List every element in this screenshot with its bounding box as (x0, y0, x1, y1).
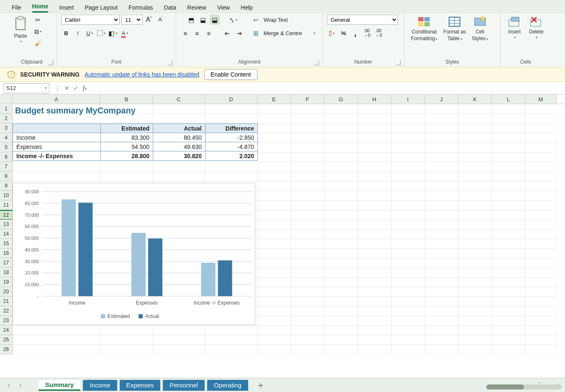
tab-file[interactable]: File (12, 3, 21, 13)
row-header-12[interactable]: 12 (0, 210, 13, 220)
align-bottom-button[interactable]: ⬓ (210, 15, 220, 25)
row-header-18[interactable]: 18 (0, 268, 13, 277)
row-header-22[interactable]: 22 (0, 306, 13, 316)
row-header-11[interactable]: 11 (0, 200, 13, 210)
col-header-E[interactable]: E (257, 95, 291, 104)
font-name-select[interactable]: Calibri (61, 15, 120, 25)
insert-cells-button[interactable]: Insert▾ (505, 15, 524, 40)
col-header-D[interactable]: D (205, 95, 257, 104)
col-header-L[interactable]: L (492, 95, 525, 104)
col-header-H[interactable]: H (358, 95, 391, 104)
row-header-23[interactable]: 23 (0, 316, 13, 325)
sheet-tab-expenses[interactable]: Expenses (120, 380, 161, 391)
row-header-6[interactable]: 6 (0, 152, 13, 162)
table-header[interactable]: Difference (205, 124, 258, 133)
align-middle-button[interactable]: ⬓ (198, 15, 208, 25)
table-cell[interactable]: -4.870 (205, 142, 258, 151)
copy-button[interactable]: ⧉▾ (33, 26, 43, 36)
table-cell[interactable]: 30.820 (153, 151, 205, 161)
font-color-button[interactable]: A▾ (120, 28, 130, 38)
table-header[interactable] (13, 124, 101, 133)
format-as-table-button[interactable]: Format as Table▾ (441, 15, 468, 42)
col-header-G[interactable]: G (324, 95, 358, 104)
row-header-2[interactable]: 2 (0, 114, 13, 123)
table-header[interactable]: Actual (153, 124, 205, 133)
delete-cells-button[interactable]: Delete▾ (526, 15, 546, 40)
col-header-J[interactable]: J (425, 95, 458, 104)
align-left-button[interactable]: ≡ (180, 28, 190, 38)
row-header-7[interactable]: 7 (0, 162, 13, 172)
sheet-nav-prev[interactable]: ‹ (4, 382, 13, 389)
vdots-icon[interactable]: ⋮ (53, 85, 62, 92)
add-sheet-button[interactable]: ＋ (257, 379, 265, 391)
row-header-13[interactable]: 13 (0, 220, 13, 229)
cell-styles-button[interactable]: Cell Styles▾ (469, 15, 491, 42)
horizontal-scrollbar[interactable] (486, 384, 562, 389)
security-warning-message[interactable]: Automatic update of links has been disab… (85, 71, 199, 78)
enable-content-button[interactable]: Enable Content (204, 69, 257, 80)
row-header-4[interactable]: 4 (0, 133, 13, 143)
format-painter-button[interactable]: 🖌 (33, 38, 43, 48)
dialog-launcher-icon[interactable] (48, 60, 53, 65)
increase-decimal-button[interactable]: .00→0 (362, 28, 372, 38)
row-header-19[interactable]: 19 (0, 277, 13, 287)
comma-button[interactable]: , (350, 28, 360, 38)
col-header-K[interactable]: K (458, 95, 492, 104)
shrink-font-button[interactable]: Aˇ (156, 15, 166, 25)
row-header-26[interactable]: 26 (0, 345, 13, 354)
font-size-select[interactable]: 11 (121, 15, 142, 25)
row-header-15[interactable]: 15 (0, 239, 13, 249)
decrease-decimal-button[interactable]: .00←0 (374, 28, 384, 38)
tab-formulas[interactable]: Formulas (128, 3, 153, 13)
sheet-tab-income[interactable]: Income (83, 380, 117, 391)
italic-button[interactable]: I (73, 28, 83, 38)
merge-center-button[interactable]: ⊞ Merge & Centre▾ (251, 28, 318, 38)
align-right-button[interactable]: ≡ (204, 28, 214, 38)
number-format-select[interactable]: General (327, 15, 398, 25)
paste-button[interactable]: Paste ▾ (11, 15, 30, 44)
col-header-B[interactable]: B (100, 95, 153, 104)
col-header-C[interactable]: C (153, 95, 205, 104)
col-header-F[interactable]: F (291, 95, 324, 104)
dialog-launcher-icon[interactable] (314, 60, 319, 65)
grow-font-button[interactable]: A^ (144, 15, 154, 25)
table-cell[interactable]: 83.300 (101, 133, 153, 142)
cut-button[interactable]: ✂ (33, 15, 43, 25)
wrap-text-button[interactable]: ↩ Wrap Text (251, 15, 318, 25)
underline-button[interactable]: U▾ (85, 28, 95, 38)
sheet-tab-operating[interactable]: Operating (207, 380, 248, 391)
col-header-M[interactable]: M (525, 95, 557, 104)
align-center-button[interactable]: ≡ (192, 28, 202, 38)
cancel-formula-button[interactable]: ✕ (62, 85, 71, 92)
row-header-5[interactable]: 5 (0, 143, 13, 152)
fx-icon[interactable]: fx (83, 85, 87, 92)
table-cell[interactable]: Expenses (13, 142, 101, 151)
row-header-16[interactable]: 16 (0, 249, 13, 258)
fill-color-button[interactable]: ◧▾ (108, 28, 118, 38)
row-header-14[interactable]: 14 (0, 229, 13, 239)
sheet-tab-active[interactable]: Summary (39, 380, 80, 391)
increase-indent-button[interactable]: ⇥ (234, 28, 244, 38)
orientation-button[interactable]: ⤣▾ (228, 15, 238, 25)
bold-button[interactable]: B (61, 28, 71, 38)
col-header-I[interactable]: I (391, 95, 425, 104)
formula-input[interactable] (89, 83, 565, 93)
dialog-launcher-icon[interactable] (167, 60, 172, 65)
row-header-17[interactable]: 17 (0, 258, 13, 268)
row-header-25[interactable]: 25 (0, 335, 13, 345)
align-top-button[interactable]: ⬒ (186, 15, 196, 25)
tab-home[interactable]: Home (32, 1, 49, 13)
select-all-corner[interactable] (0, 95, 13, 104)
table-cell[interactable]: 2.020 (205, 151, 258, 161)
budget-chart[interactable]: -10.00020.00030.00040.00050.00060.00070.… (13, 183, 255, 325)
row-header-21[interactable]: 21 (0, 297, 13, 306)
row-header-24[interactable]: 24 (0, 325, 13, 335)
table-cell[interactable]: 80.450 (153, 133, 205, 142)
table-cell[interactable]: 54.500 (101, 142, 153, 151)
decrease-indent-button[interactable]: ⇤ (222, 28, 232, 38)
table-cell[interactable]: 49.630 (153, 142, 205, 151)
dialog-launcher-icon[interactable] (396, 60, 401, 65)
row-header-20[interactable]: 20 (0, 287, 13, 297)
row-header-10[interactable]: 10 (0, 191, 13, 200)
tab-data[interactable]: Data (164, 3, 176, 13)
